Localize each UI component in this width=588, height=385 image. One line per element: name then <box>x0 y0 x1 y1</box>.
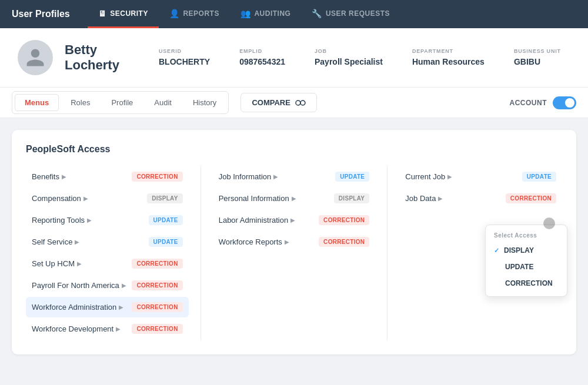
compare-icon <box>295 99 306 107</box>
svg-point-1 <box>300 101 305 105</box>
badge-correction[interactable]: CORRECTION <box>506 193 556 203</box>
chevron-right-icon: ▶ <box>87 217 92 223</box>
chevron-right-icon: ▶ <box>83 195 88 202</box>
profile-field-job: JOB Payroll Specialist <box>315 48 383 67</box>
nav-tab-auditing[interactable]: 👥 AUDITING <box>230 0 302 28</box>
badge-correction[interactable]: CORRECTION <box>319 215 369 225</box>
chevron-right-icon: ▶ <box>438 195 443 202</box>
badge-update[interactable]: UPDATE <box>335 172 369 182</box>
badge-correction[interactable]: CORRECTION <box>132 280 182 290</box>
dropdown-item-correction[interactable]: CORRECTION <box>486 275 567 292</box>
tab-audit[interactable]: Audit <box>145 95 181 111</box>
table-row: Set Up HCM ▶ CORRECTION <box>26 253 189 274</box>
dropdown-item-display[interactable]: DISPLAY <box>486 242 567 259</box>
badge-update[interactable]: UPDATE <box>522 172 556 182</box>
tab-history[interactable]: History <box>183 95 226 111</box>
user-name: Betty Locherty <box>65 42 135 73</box>
badge-update[interactable]: UPDATE <box>149 237 183 247</box>
table-row: Workforce Administration ▶ CORRECTION <box>26 297 189 317</box>
access-columns: Benefits ▶ CORRECTION Compensation ▶ DIS… <box>26 166 562 340</box>
chevron-right-icon: ▶ <box>116 326 121 332</box>
chevron-right-icon: ▶ <box>119 304 123 310</box>
table-row: Payroll For North America ▶ CORRECTION <box>26 275 189 296</box>
chevron-right-icon: ▶ <box>447 173 452 180</box>
compare-button[interactable]: COMPARE <box>240 93 316 112</box>
auditing-icon: 👥 <box>240 9 251 18</box>
access-title: PeopleSoft Access <box>26 144 562 155</box>
nav-tab-security[interactable]: 🖥 SECURITY <box>88 0 159 28</box>
table-row: Workforce Development ▶ CORRECTION <box>26 319 189 339</box>
sub-nav: Menus Roles Profile Audit History COMPAR… <box>0 88 588 118</box>
badge-correction[interactable]: CORRECTION <box>132 324 182 334</box>
table-row: Benefits ▶ CORRECTION <box>26 166 189 187</box>
profile-field-userid: USERID BLOCHERTY <box>159 48 210 67</box>
nav-tabs: 🖥 SECURITY 👤 REPORTS 👥 AUDITING 🔧 USER R… <box>88 0 400 28</box>
chevron-right-icon: ▶ <box>290 217 295 223</box>
badge-correction[interactable]: CORRECTION <box>319 237 369 247</box>
chevron-right-icon: ▶ <box>285 239 289 245</box>
access-col-2: Job Information ▶ UPDATE Personal Inform… <box>213 166 388 340</box>
table-row: Self Service ▶ UPDATE <box>26 232 189 252</box>
account-toggle-switch[interactable] <box>553 96 576 109</box>
badge-update[interactable]: UPDATE <box>149 215 183 225</box>
nav-tab-user-requests[interactable]: 🔧 USER REQUESTS <box>301 0 400 28</box>
chevron-right-icon: ▶ <box>292 195 296 202</box>
table-row: Job Information ▶ UPDATE <box>213 166 376 187</box>
nav-tab-reports[interactable]: 👤 REPORTS <box>159 0 230 28</box>
tab-profile[interactable]: Profile <box>102 95 142 111</box>
top-nav: User Profiles 🖥 SECURITY 👤 REPORTS 👥 AUD… <box>0 0 588 28</box>
badge-display[interactable]: DISPLAY <box>147 193 183 203</box>
chevron-right-icon: ▶ <box>75 239 79 245</box>
reports-icon: 👤 <box>169 9 180 18</box>
svg-point-0 <box>296 101 300 105</box>
avatar <box>18 40 53 75</box>
chevron-right-icon: ▶ <box>77 260 82 267</box>
badge-correction[interactable]: CORRECTION <box>132 172 182 182</box>
sub-tabs: Menus Roles Profile Audit History <box>12 91 229 114</box>
profile-field-department: DEPARTMENT Human Resources <box>412 48 485 67</box>
chevron-right-icon: ▶ <box>122 282 126 289</box>
dropdown-title: Select Access <box>486 230 567 242</box>
cursor-indicator <box>543 217 555 229</box>
chevron-right-icon: ▶ <box>273 173 278 180</box>
profile-section: Betty Locherty USERID BLOCHERTY EMPLID 0… <box>0 28 588 88</box>
access-dropdown: Select Access DISPLAY UPDATE CORRECTION <box>485 225 567 297</box>
tab-roles[interactable]: Roles <box>61 95 99 111</box>
badge-display[interactable]: DISPLAY <box>334 193 370 203</box>
app-title: User Profiles <box>12 9 70 19</box>
profile-fields: USERID BLOCHERTY EMPLID 0987654321 JOB P… <box>159 48 561 67</box>
security-icon: 🖥 <box>98 9 107 18</box>
avatar-icon <box>25 47 46 68</box>
badge-correction[interactable]: CORRECTION <box>132 302 182 312</box>
badge-correction[interactable]: CORRECTION <box>132 259 182 269</box>
toggle-knob <box>565 98 574 108</box>
user-requests-icon: 🔧 <box>312 9 322 18</box>
table-row: Labor Administration ▶ CORRECTION <box>213 210 376 230</box>
profile-field-business-unit: BUSINESS UNIT GBIBU <box>514 48 561 67</box>
access-col-1: Benefits ▶ CORRECTION Compensation ▶ DIS… <box>26 166 201 340</box>
table-row: Personal Information ▶ DISPLAY <box>213 188 376 209</box>
table-row: Compensation ▶ DISPLAY <box>26 188 189 209</box>
table-row: Reporting Tools ▶ UPDATE <box>26 210 189 230</box>
table-row: Workforce Reports ▶ CORRECTION <box>213 232 376 252</box>
table-row: Current Job ▶ UPDATE <box>399 166 562 187</box>
tab-menus[interactable]: Menus <box>15 94 59 111</box>
chevron-right-icon: ▶ <box>62 173 66 180</box>
dropdown-item-update[interactable]: UPDATE <box>486 259 567 275</box>
profile-field-emplid: EMPLID 0987654321 <box>239 48 285 67</box>
account-toggle: ACCOUNT <box>510 96 577 109</box>
table-row: Job Data ▶ CORRECTION <box>399 188 562 209</box>
